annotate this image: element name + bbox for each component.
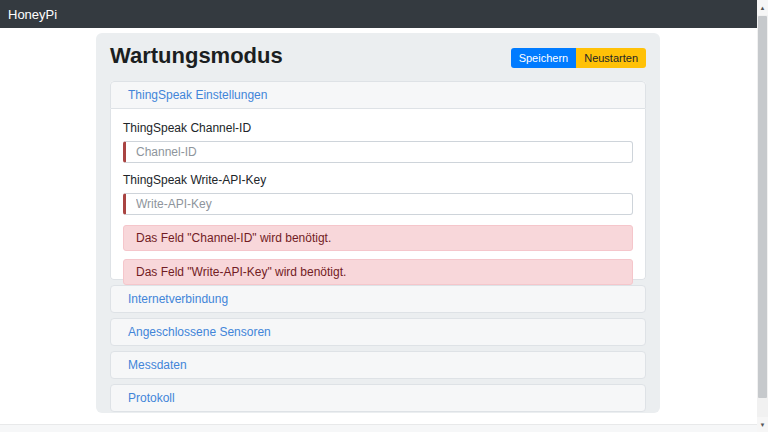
maintenance-panel: Wartungsmodus Speichern Neustarten Thing… — [96, 33, 660, 413]
write-api-key-label: ThingSpeak Write-API-Key — [123, 173, 633, 187]
accordion-header-thingspeak[interactable]: ThingSpeak Einstellungen — [110, 81, 646, 109]
accordion-link-internet[interactable]: Internetverbindung — [128, 292, 228, 306]
accordion-card-thingspeak: ThingSpeak Einstellungen ThingSpeak Chan… — [110, 81, 646, 280]
accordion-link-messdaten[interactable]: Messdaten — [128, 358, 187, 372]
accordion-header-sensors[interactable]: Angeschlossene Sensoren — [110, 318, 646, 346]
error-alert-write-api-key: Das Feld "Write-API-Key" wird benötigt. — [123, 259, 633, 285]
scroll-down-icon[interactable]: ▼ — [757, 417, 768, 432]
accordion-link-protokoll[interactable]: Protokoll — [128, 391, 175, 405]
page-header: Wartungsmodus Speichern Neustarten — [110, 43, 646, 69]
brand-link[interactable]: HoneyPi — [8, 7, 57, 22]
accordion-link-sensors[interactable]: Angeschlossene Sensoren — [128, 325, 271, 339]
restart-button[interactable]: Neustarten — [576, 48, 646, 68]
header-actions: Speichern Neustarten — [511, 48, 646, 68]
page-title: Wartungsmodus — [110, 43, 283, 69]
accordion-header-messdaten[interactable]: Messdaten — [110, 351, 646, 379]
save-button[interactable]: Speichern — [511, 48, 577, 68]
accordion-link-thingspeak[interactable]: ThingSpeak Einstellungen — [128, 88, 267, 102]
error-alert-channel-id: Das Feld "Channel-ID" wird benötigt. — [123, 225, 633, 251]
accordion-header-protokoll[interactable]: Protokoll — [110, 384, 646, 412]
navbar: HoneyPi — [0, 0, 757, 28]
write-api-key-input[interactable] — [123, 193, 633, 215]
scroll-up-icon[interactable]: ▲ — [757, 0, 768, 15]
scrollbar-thumb[interactable] — [758, 16, 767, 398]
vertical-scrollbar[interactable]: ▲ ▼ — [757, 0, 768, 432]
channel-id-input[interactable] — [123, 141, 633, 163]
thingspeak-settings-body: ThingSpeak Channel-ID ThingSpeak Write-A… — [110, 109, 646, 280]
accordion-header-internet[interactable]: Internetverbindung — [110, 285, 646, 313]
bottom-strip — [0, 424, 757, 432]
channel-id-label: ThingSpeak Channel-ID — [123, 121, 633, 135]
